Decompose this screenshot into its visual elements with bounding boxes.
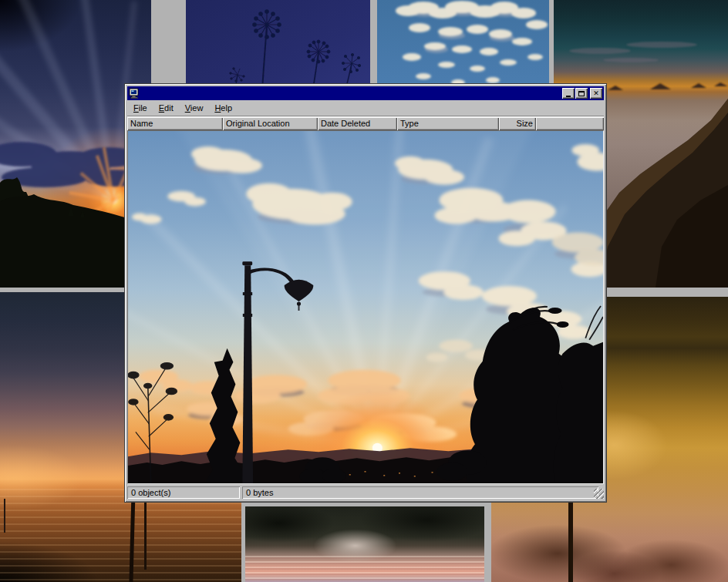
close-button[interactable]: ✕ — [590, 88, 602, 99]
minimize-button[interactable] — [562, 88, 575, 99]
menu-file[interactable]: File — [130, 102, 151, 115]
water-streaks — [0, 489, 241, 582]
list-view-area[interactable] — [127, 130, 604, 484]
status-total-size: 0 bytes — [242, 486, 598, 499]
menu-help[interactable]: Help — [211, 102, 236, 115]
column-header-date-deleted[interactable]: Date Deleted — [318, 117, 397, 130]
lamp-cap — [242, 261, 252, 265]
titlebar[interactable]: ✕ — [127, 86, 604, 100]
column-header-name[interactable]: Name — [127, 117, 223, 130]
status-bar: 0 object(s) 0 bytes — [127, 486, 604, 500]
list-view-background-photo — [128, 131, 603, 483]
lamp-collar-1 — [243, 292, 252, 295]
column-header-original-location[interactable]: Original Location — [223, 117, 318, 130]
resize-grip-icon[interactable] — [594, 489, 604, 499]
lagoon-pole-thin — [144, 496, 147, 570]
wallpaper-photo-water-reflection — [245, 506, 484, 582]
maximize-icon — [578, 91, 585, 96]
status-object-count: 0 object(s) — [127, 486, 240, 499]
lagoon-pole-far — [4, 499, 5, 533]
column-header-size[interactable]: Size — [499, 117, 536, 130]
desktop: { "window": { "title": "", "menu": { "it… — [0, 0, 728, 582]
tree-mass-far-right — [554, 342, 603, 483]
column-header-type[interactable]: Type — [397, 117, 499, 130]
close-icon: ✕ — [593, 89, 599, 96]
menu-bar: File Edit View Help — [127, 101, 604, 116]
recycle-bin-window: ✕ File Edit View Help Name Original Loca… — [124, 83, 607, 503]
maximize-button[interactable] — [575, 88, 588, 99]
list-header-row: Name Original Location Date Deleted Type… — [127, 117, 604, 130]
minimize-icon — [566, 96, 571, 97]
menu-edit[interactable]: Edit — [155, 102, 177, 115]
reflection-ripples — [245, 556, 484, 582]
menu-view[interactable]: View — [181, 102, 207, 115]
computer-icon — [129, 88, 140, 99]
lamp-collar-2 — [243, 314, 252, 317]
column-header-filler[interactable] — [536, 117, 604, 130]
